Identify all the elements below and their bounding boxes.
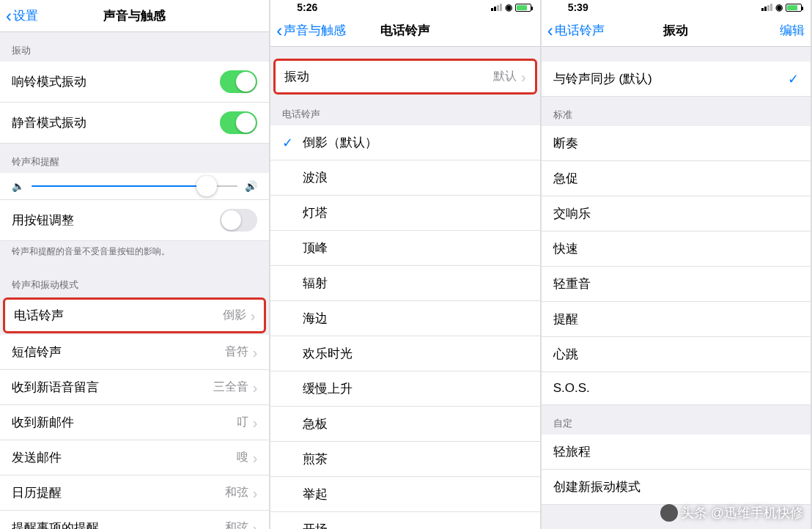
row-label: 收到新邮件 xyxy=(12,414,237,431)
row-value: 嗖 xyxy=(237,450,248,465)
nav-title: 振动 xyxy=(663,22,688,39)
vibration-item[interactable]: S.O.S. xyxy=(542,372,811,405)
ringtone-label: 顶峰 xyxy=(303,240,328,256)
ringtone-item[interactable]: 举起 xyxy=(270,477,539,512)
chevron-right-icon: › xyxy=(251,308,256,323)
row-texttone[interactable]: 短信铃声 音符 › xyxy=(0,335,269,370)
back-label: 声音与触感 xyxy=(284,22,346,39)
section-footer: 铃声和提醒的音量不受音量按钮的影响。 xyxy=(0,241,269,267)
row-label: 与铃声同步 (默认) xyxy=(553,70,788,87)
vibration-item[interactable]: 轻重音 xyxy=(542,267,811,302)
chevron-right-icon: › xyxy=(521,70,526,84)
row-newmail[interactable]: 收到新邮件 叮 › xyxy=(0,405,269,440)
status-bar: 5:26 ◉ xyxy=(270,0,539,15)
ringtone-label: 煎茶 xyxy=(303,451,328,467)
row-label: 响铃模式振动 xyxy=(12,73,220,90)
row-value: 默认 xyxy=(493,69,517,84)
ringtone-item[interactable]: ✓倒影（默认） xyxy=(270,125,539,160)
vibration-label: 交响乐 xyxy=(553,205,799,222)
vibration-create-new[interactable]: 创建新振动模式 xyxy=(542,470,811,505)
ringtone-item[interactable]: 煎茶 xyxy=(270,442,539,477)
vibration-item[interactable]: 提醒 xyxy=(542,302,811,337)
screen-vibration: 5:39 ◉ ‹ 电话铃声 振动 编辑 与铃声同步 (默认) ✓ 标准 断奏 急… xyxy=(542,0,812,529)
section-header-standard: 标准 xyxy=(542,97,811,126)
vibration-label: 断奏 xyxy=(553,135,799,152)
row-value: 叮 xyxy=(237,415,248,430)
ringtone-item[interactable]: 开场 xyxy=(270,512,539,529)
toggle-switch[interactable] xyxy=(220,111,257,134)
ringtone-item[interactable]: 缓慢上升 xyxy=(270,371,539,407)
back-button[interactable]: ‹ 设置 xyxy=(6,7,38,25)
ringtone-item[interactable]: 海边 xyxy=(270,301,539,336)
ringtone-item[interactable]: 灯塔 xyxy=(270,196,539,231)
toggle-switch[interactable] xyxy=(220,70,257,93)
ringtone-item[interactable]: 波浪 xyxy=(270,160,539,196)
row-label: 电话铃声 xyxy=(14,307,223,324)
vibration-label: 心跳 xyxy=(553,346,799,363)
back-button[interactable]: ‹ 电话铃声 xyxy=(547,22,605,40)
chevron-left-icon: ‹ xyxy=(547,22,553,40)
chevron-left-icon: ‹ xyxy=(6,7,12,25)
toggle-switch[interactable] xyxy=(220,209,257,232)
vibration-item[interactable]: 快速 xyxy=(542,232,811,267)
row-label: 日历提醒 xyxy=(12,484,225,501)
vibration-item[interactable]: 急促 xyxy=(542,161,811,196)
row-vibration[interactable]: 振动 默认 › xyxy=(273,59,536,95)
row-label: 提醒事项的提醒 xyxy=(12,519,225,529)
row-voicemail[interactable]: 收到新语音留言 三全音 › xyxy=(0,370,269,405)
section-header-ringer: 铃声和提醒 xyxy=(0,144,269,173)
vibration-label: 快速 xyxy=(553,240,799,257)
nav-bar: ‹ 声音与触感 电话铃声 xyxy=(270,15,539,47)
vibration-label: 提醒 xyxy=(553,311,799,328)
content-scroll[interactable]: 振动 响铃模式振动 静音模式振动 铃声和提醒 🔈 🔊 用按钮调整 铃声和提醒的音… xyxy=(0,32,269,529)
chevron-right-icon: › xyxy=(253,486,258,500)
content-scroll[interactable]: 振动 默认 › 电话铃声 ✓倒影（默认） 波浪 灯塔 顶峰 辐射 海边 欢乐时光… xyxy=(270,47,539,529)
ringtone-item[interactable]: 顶峰 xyxy=(270,231,539,266)
volume-high-icon: 🔊 xyxy=(245,180,257,192)
status-icons: ◉ xyxy=(761,2,802,12)
screen-ringtone: 5:26 ◉ ‹ 声音与触感 电话铃声 振动 默认 › 电话铃声 ✓倒影（默认）… xyxy=(270,0,541,529)
volume-slider-row: 🔈 🔊 xyxy=(0,173,269,200)
watermark: 头条 @迅维手机快修 xyxy=(660,504,803,522)
volume-slider[interactable] xyxy=(32,185,237,187)
row-value: 三全音 xyxy=(213,380,248,395)
ringtone-label: 举起 xyxy=(303,486,328,503)
content-scroll[interactable]: 与铃声同步 (默认) ✓ 标准 断奏 急促 交响乐 快速 轻重音 提醒 心跳 S… xyxy=(542,47,811,529)
signal-icon xyxy=(491,4,502,11)
vibration-item[interactable]: 心跳 xyxy=(542,337,811,372)
ringtone-label: 波浪 xyxy=(303,169,328,186)
row-sync-default[interactable]: 与铃声同步 (默认) ✓ xyxy=(542,62,811,97)
status-time: 5:39 xyxy=(568,1,588,13)
ringtone-item[interactable]: 辐射 xyxy=(270,266,539,301)
vibration-item[interactable]: 交响乐 xyxy=(542,196,811,232)
ringtone-label: 欢乐时光 xyxy=(303,345,353,362)
back-label: 设置 xyxy=(13,7,38,24)
nav-bar: ‹ 电话铃声 振动 编辑 xyxy=(542,15,811,47)
ringtone-label: 开场 xyxy=(303,521,328,529)
vibration-item[interactable]: 断奏 xyxy=(542,126,811,161)
ringtone-item[interactable]: 急板 xyxy=(270,407,539,442)
section-header-custom: 自定 xyxy=(542,405,811,434)
ringtone-label: 灯塔 xyxy=(303,204,328,221)
avatar-icon xyxy=(660,504,678,522)
vibration-label: S.O.S. xyxy=(553,381,799,396)
vibration-label: 创建新振动模式 xyxy=(553,478,799,495)
back-button[interactable]: ‹ 声音与触感 xyxy=(276,22,346,40)
row-silent-vibrate[interactable]: 静音模式振动 xyxy=(0,103,269,144)
vibration-label: 急促 xyxy=(553,170,799,187)
ringtone-item[interactable]: 欢乐时光 xyxy=(270,336,539,371)
row-ring-vibrate[interactable]: 响铃模式振动 xyxy=(0,62,269,103)
nav-title: 电话铃声 xyxy=(380,22,430,39)
edit-button[interactable]: 编辑 xyxy=(780,22,805,39)
row-ringtone[interactable]: 电话铃声 倒影 › xyxy=(3,297,266,333)
row-calendar[interactable]: 日历提醒 和弦 › xyxy=(0,476,269,511)
nav-title: 声音与触感 xyxy=(103,7,166,24)
row-sentmail[interactable]: 发送邮件 嗖 › xyxy=(0,440,269,476)
status-bar: 5:39 ◉ xyxy=(542,0,811,15)
wifi-icon: ◉ xyxy=(505,2,512,12)
status-icons: ◉ xyxy=(491,2,531,12)
row-button-adjust[interactable]: 用按钮调整 xyxy=(0,200,269,241)
ringtone-label: 缓慢上升 xyxy=(303,380,353,397)
vibration-custom-item[interactable]: 轻旅程 xyxy=(542,434,811,470)
row-reminder[interactable]: 提醒事项的提醒 和弦 › xyxy=(0,511,269,529)
